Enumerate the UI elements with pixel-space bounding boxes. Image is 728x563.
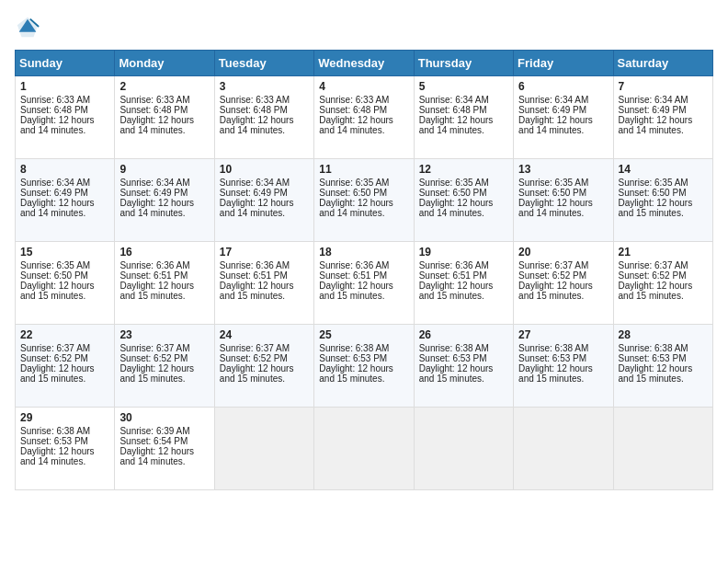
- calendar-cell: 10Sunrise: 6:34 AMSunset: 6:49 PMDayligh…: [214, 159, 313, 242]
- sunrise-label: Sunrise: 6:36 AM: [220, 260, 290, 270]
- daylight-label: Daylight: 12 hours and 15 minutes.: [119, 281, 194, 301]
- daylight-label: Daylight: 12 hours and 14 minutes.: [119, 198, 194, 218]
- calendar-cell: 19Sunrise: 6:36 AMSunset: 6:51 PMDayligh…: [414, 242, 513, 325]
- day-number: 20: [518, 246, 608, 259]
- sunset-label: Sunset: 6:54 PM: [119, 436, 188, 446]
- sunset-label: Sunset: 6:48 PM: [220, 105, 288, 115]
- sunset-label: Sunset: 6:52 PM: [619, 270, 687, 281]
- day-number: 9: [119, 163, 209, 176]
- daylight-label: Daylight: 12 hours and 15 minutes.: [119, 363, 194, 384]
- daylight-label: Daylight: 12 hours and 14 minutes.: [220, 198, 294, 218]
- calendar-header-saturday: Saturday: [613, 51, 712, 76]
- sunrise-label: Sunrise: 6:34 AM: [518, 95, 588, 105]
- sunrise-label: Sunrise: 6:37 AM: [20, 343, 90, 353]
- sunset-label: Sunset: 6:52 PM: [518, 270, 586, 281]
- sunrise-label: Sunrise: 6:37 AM: [619, 260, 688, 270]
- calendar-header-friday: Friday: [514, 51, 613, 76]
- daylight-label: Daylight: 12 hours and 15 minutes.: [20, 281, 95, 301]
- sunset-label: Sunset: 6:50 PM: [419, 188, 487, 198]
- sunset-label: Sunset: 6:50 PM: [20, 270, 88, 281]
- calendar-cell: 15Sunrise: 6:35 AMSunset: 6:50 PMDayligh…: [16, 242, 115, 325]
- calendar-header-tuesday: Tuesday: [214, 51, 313, 76]
- sunrise-label: Sunrise: 6:34 AM: [20, 178, 90, 188]
- daylight-label: Daylight: 12 hours and 14 minutes.: [319, 198, 393, 218]
- calendar-header-row: SundayMondayTuesdayWednesdayThursdayFrid…: [16, 51, 713, 76]
- sunrise-label: Sunrise: 6:35 AM: [319, 178, 389, 188]
- sunrise-label: Sunrise: 6:35 AM: [419, 178, 489, 188]
- daylight-label: Daylight: 12 hours and 14 minutes.: [619, 115, 693, 135]
- day-number: 27: [518, 328, 608, 341]
- day-number: 24: [220, 328, 309, 341]
- sunrise-label: Sunrise: 6:33 AM: [220, 95, 290, 105]
- day-number: 4: [319, 80, 408, 93]
- calendar-cell: 21Sunrise: 6:37 AMSunset: 6:52 PMDayligh…: [613, 242, 712, 325]
- calendar-cell: 20Sunrise: 6:37 AMSunset: 6:52 PMDayligh…: [514, 242, 613, 325]
- sunrise-label: Sunrise: 6:37 AM: [220, 343, 290, 353]
- sunrise-label: Sunrise: 6:38 AM: [419, 343, 489, 353]
- sunset-label: Sunset: 6:48 PM: [319, 105, 387, 115]
- day-number: 12: [419, 163, 508, 176]
- calendar-cell: 14Sunrise: 6:35 AMSunset: 6:50 PMDayligh…: [613, 159, 712, 242]
- calendar-cell: 17Sunrise: 6:36 AMSunset: 6:51 PMDayligh…: [214, 242, 313, 325]
- sunset-label: Sunset: 6:52 PM: [119, 353, 188, 363]
- sunrise-label: Sunrise: 6:34 AM: [419, 95, 489, 105]
- sunset-label: Sunset: 6:48 PM: [20, 105, 88, 115]
- calendar-cell: 16Sunrise: 6:36 AMSunset: 6:51 PMDayligh…: [115, 242, 214, 325]
- daylight-label: Daylight: 12 hours and 15 minutes.: [220, 281, 294, 301]
- page-header: [15, 15, 713, 40]
- calendar-cell: [613, 408, 712, 490]
- calendar-cell: 1Sunrise: 6:33 AMSunset: 6:48 PMDaylight…: [16, 76, 115, 159]
- calendar-cell: 8Sunrise: 6:34 AMSunset: 6:49 PMDaylight…: [16, 159, 115, 242]
- day-number: 10: [220, 163, 309, 176]
- day-number: 1: [20, 80, 109, 93]
- sunrise-label: Sunrise: 6:37 AM: [119, 343, 189, 353]
- day-number: 5: [419, 80, 508, 93]
- sunset-label: Sunset: 6:53 PM: [20, 436, 88, 446]
- calendar-cell: 6Sunrise: 6:34 AMSunset: 6:49 PMDaylight…: [514, 76, 613, 159]
- calendar-cell: 27Sunrise: 6:38 AMSunset: 6:53 PMDayligh…: [514, 325, 613, 408]
- calendar-cell: 23Sunrise: 6:37 AMSunset: 6:52 PMDayligh…: [115, 325, 214, 408]
- day-number: 14: [619, 163, 708, 176]
- sunset-label: Sunset: 6:49 PM: [518, 105, 586, 115]
- day-number: 6: [518, 80, 608, 93]
- calendar-row-3: 15Sunrise: 6:35 AMSunset: 6:50 PMDayligh…: [16, 242, 713, 325]
- calendar-cell: 24Sunrise: 6:37 AMSunset: 6:52 PMDayligh…: [214, 325, 313, 408]
- day-number: 8: [20, 163, 109, 176]
- calendar-cell: 11Sunrise: 6:35 AMSunset: 6:50 PMDayligh…: [314, 159, 414, 242]
- sunset-label: Sunset: 6:51 PM: [419, 270, 487, 281]
- daylight-label: Daylight: 12 hours and 15 minutes.: [319, 363, 393, 384]
- day-number: 30: [119, 411, 209, 424]
- daylight-label: Daylight: 12 hours and 14 minutes.: [220, 115, 294, 135]
- calendar-cell: [414, 408, 513, 490]
- calendar-header-sunday: Sunday: [16, 51, 115, 76]
- calendar-cell: [314, 408, 414, 490]
- sunset-label: Sunset: 6:50 PM: [319, 188, 387, 198]
- sunrise-label: Sunrise: 6:39 AM: [119, 426, 189, 436]
- sunset-label: Sunset: 6:51 PM: [319, 270, 387, 281]
- sunset-label: Sunset: 6:53 PM: [319, 353, 387, 363]
- sunset-label: Sunset: 6:53 PM: [518, 353, 586, 363]
- sunrise-label: Sunrise: 6:36 AM: [419, 260, 489, 270]
- calendar-cell: [214, 408, 313, 490]
- calendar-row-4: 22Sunrise: 6:37 AMSunset: 6:52 PMDayligh…: [16, 325, 713, 408]
- sunrise-label: Sunrise: 6:34 AM: [119, 178, 189, 188]
- day-number: 11: [319, 163, 408, 176]
- sunrise-label: Sunrise: 6:36 AM: [119, 260, 189, 270]
- daylight-label: Daylight: 12 hours and 14 minutes.: [518, 198, 593, 218]
- sunset-label: Sunset: 6:50 PM: [518, 188, 586, 198]
- sunset-label: Sunset: 6:51 PM: [119, 270, 188, 281]
- day-number: 22: [20, 328, 109, 341]
- daylight-label: Daylight: 12 hours and 15 minutes.: [419, 281, 494, 301]
- calendar-cell: 18Sunrise: 6:36 AMSunset: 6:51 PMDayligh…: [314, 242, 414, 325]
- daylight-label: Daylight: 12 hours and 15 minutes.: [619, 281, 693, 301]
- calendar-cell: 3Sunrise: 6:33 AMSunset: 6:48 PMDaylight…: [214, 76, 313, 159]
- sunset-label: Sunset: 6:48 PM: [419, 105, 487, 115]
- daylight-label: Daylight: 12 hours and 14 minutes.: [119, 115, 194, 135]
- day-number: 23: [119, 328, 209, 341]
- sunset-label: Sunset: 6:53 PM: [419, 353, 487, 363]
- sunrise-label: Sunrise: 6:36 AM: [319, 260, 389, 270]
- daylight-label: Daylight: 12 hours and 14 minutes.: [518, 115, 593, 135]
- sunrise-label: Sunrise: 6:38 AM: [619, 343, 688, 353]
- sunrise-label: Sunrise: 6:33 AM: [119, 95, 189, 105]
- sunset-label: Sunset: 6:51 PM: [220, 270, 288, 281]
